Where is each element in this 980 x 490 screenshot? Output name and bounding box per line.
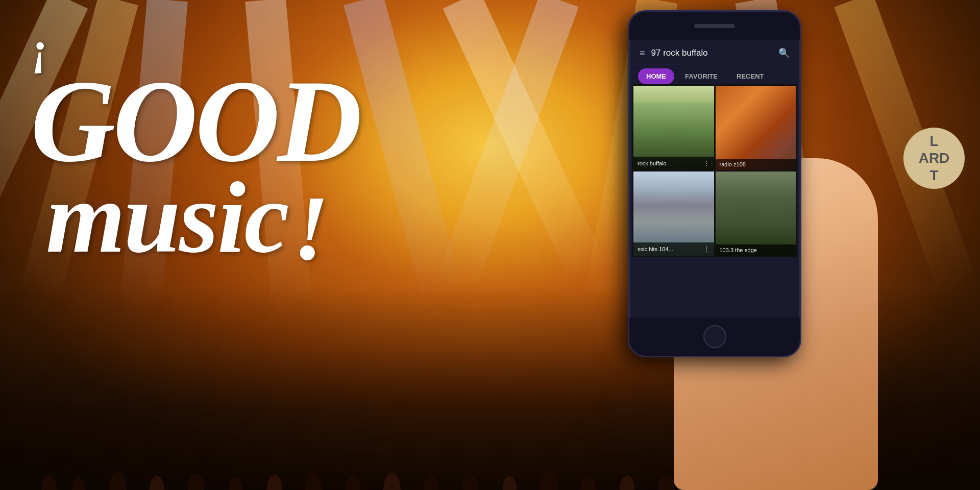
grid-item-label-1: rock buffalo ⋮ [633, 157, 714, 170]
phone-home-button[interactable] [703, 325, 726, 348]
station-grid: rock buffalo ⋮ radio z108 ssic hits 104.… [632, 84, 797, 257]
phone-screen: ≡ 97 rock buffalo 🔍 HOME FAVORITE RECENT [632, 42, 797, 315]
tabs-bar: HOME FAVORITE RECENT [632, 64, 797, 84]
tab-recent[interactable]: RECENT [728, 68, 772, 84]
grid-item-2[interactable]: radio z108 [716, 86, 796, 170]
grid-item-label-4: 103.3 the edge [716, 244, 796, 256]
menu-icon[interactable]: ≡ [640, 48, 645, 59]
more-button-3[interactable]: ⋮ [703, 245, 710, 253]
grid-item-label-3: ssic hits 104... ⋮ [633, 242, 714, 256]
search-icon[interactable]: 🔍 [778, 47, 790, 59]
grid-item-label-2: radio z108 [716, 159, 796, 170]
circle-sign: LARDT [903, 128, 965, 189]
headline-exclaim1: ¡ [29, 25, 51, 72]
grid-item-3[interactable]: ssic hits 104... ⋮ [633, 172, 714, 256]
tab-favorite[interactable]: FAVORITE [677, 68, 726, 84]
grid-item-4[interactable]: 103.3 the edge [716, 172, 796, 256]
phone-container: ≡ 97 rock buffalo 🔍 HOME FAVORITE RECENT [633, 0, 878, 490]
station-image-4 [716, 172, 796, 256]
phone-bottom-bar [629, 317, 800, 356]
tab-home[interactable]: HOME [638, 68, 674, 84]
station-image-2 [716, 86, 796, 170]
more-button-1[interactable]: ⋮ [703, 159, 710, 167]
headline-container: ¡ GOOD music! [31, 26, 359, 270]
app-header: ≡ 97 rock buffalo 🔍 [632, 42, 797, 64]
headline-exclaim2: ! [293, 187, 327, 270]
circle-sign-text: LARDT [919, 133, 950, 184]
headline-music: music! [46, 172, 359, 270]
grid-item-1[interactable]: rock buffalo ⋮ [633, 86, 714, 170]
app-title: 97 rock buffalo [651, 48, 772, 58]
phone-speaker [694, 24, 735, 28]
phone-top-bar [629, 12, 800, 40]
headline-good: GOOD [31, 71, 359, 172]
phone-device: ≡ 97 rock buffalo 🔍 HOME FAVORITE RECENT [628, 10, 801, 357]
